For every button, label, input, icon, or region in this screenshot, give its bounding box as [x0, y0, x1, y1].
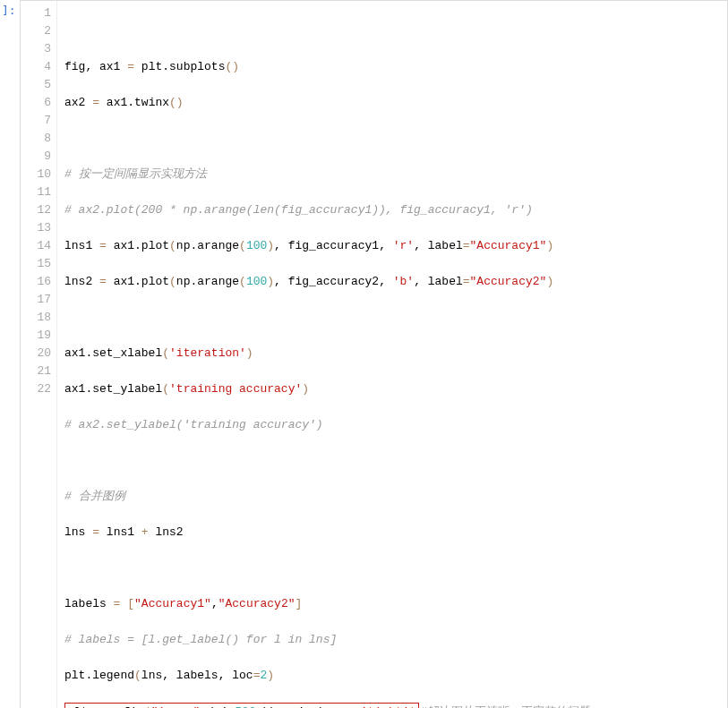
code-body[interactable]: fig, ax1 = plt.subplots() ax2 = ax1.twin… — [57, 1, 727, 708]
line-gutter: 12345678910111213141516171819202122 — [21, 1, 57, 708]
code-line[interactable] — [64, 130, 720, 148]
highlighted-code: plt.savefig("1.png",dpi=500,bbox_inches … — [64, 703, 419, 708]
code-line[interactable]: lns2 = ax1.plot(np.arange(100), fig_accu… — [64, 273, 720, 291]
code-line[interactable]: # 合并图例 — [64, 488, 720, 506]
cell-prompt: ]: — [2, 4, 16, 17]
code-line[interactable]: # labels = [l.get_label() for l in lns] — [64, 631, 720, 649]
code-line[interactable]: # 按一定间隔显示实现方法 — [64, 166, 720, 183]
code-line[interactable]: labels = ["Accuracy1","Accuracy2"] — [64, 595, 720, 613]
code-editor[interactable]: 12345678910111213141516171819202122 fig,… — [20, 0, 728, 708]
code-line[interactable] — [64, 309, 720, 327]
code-line[interactable]: ax2 = ax1.twinx() — [64, 94, 720, 112]
code-line[interactable]: lns1 = ax1.plot(np.arange(100), fig_accu… — [64, 237, 720, 255]
code-line[interactable]: plt.savefig("1.png",dpi=500,bbox_inches … — [64, 703, 720, 708]
code-line[interactable] — [64, 452, 720, 470]
code-line[interactable]: # ax2.set_ylabel('training accuracy') — [64, 416, 720, 434]
code-line[interactable] — [64, 559, 720, 577]
code-line[interactable]: plt.legend(lns, labels, loc=2) — [64, 667, 720, 685]
code-line[interactable]: ax1.set_ylabel('training accuracy') — [64, 380, 720, 398]
code-line[interactable] — [64, 22, 720, 40]
code-line[interactable]: ax1.set_xlabel('iteration') — [64, 345, 720, 363]
code-line[interactable]: # ax2.plot(200 * np.arange(len(fig_accur… — [64, 201, 720, 219]
code-line[interactable]: lns = lns1 + lns2 — [64, 524, 720, 542]
code-line[interactable]: fig, ax1 = plt.subplots() — [64, 58, 720, 76]
